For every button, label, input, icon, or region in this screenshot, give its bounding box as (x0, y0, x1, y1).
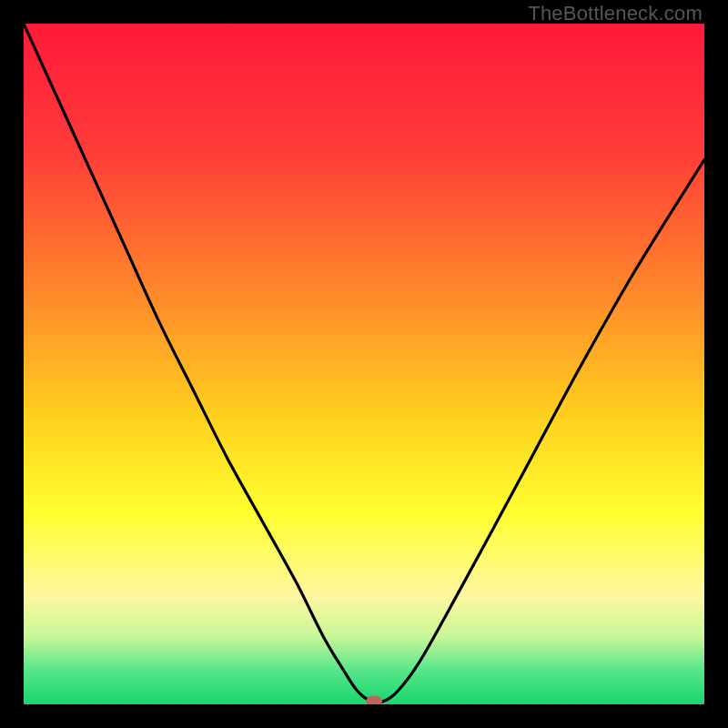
plot-area (24, 24, 704, 704)
watermark-text: TheBottleneck.com (528, 2, 703, 25)
chart-svg (24, 24, 704, 704)
chart-frame: TheBottleneck.com (0, 0, 728, 728)
chart-background (24, 24, 704, 704)
